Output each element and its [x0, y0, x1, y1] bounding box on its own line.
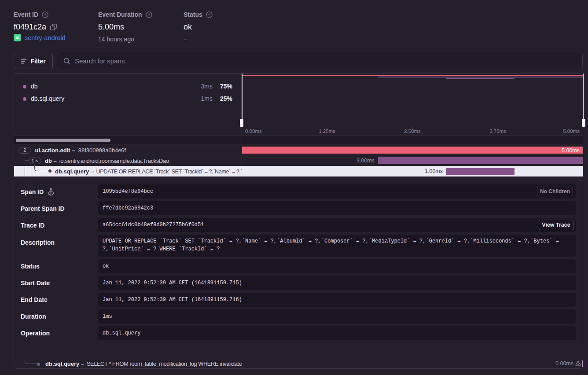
svg-text:?: ?	[44, 12, 47, 17]
svg-text:?: ?	[208, 12, 210, 17]
svg-text:?: ?	[147, 12, 150, 17]
